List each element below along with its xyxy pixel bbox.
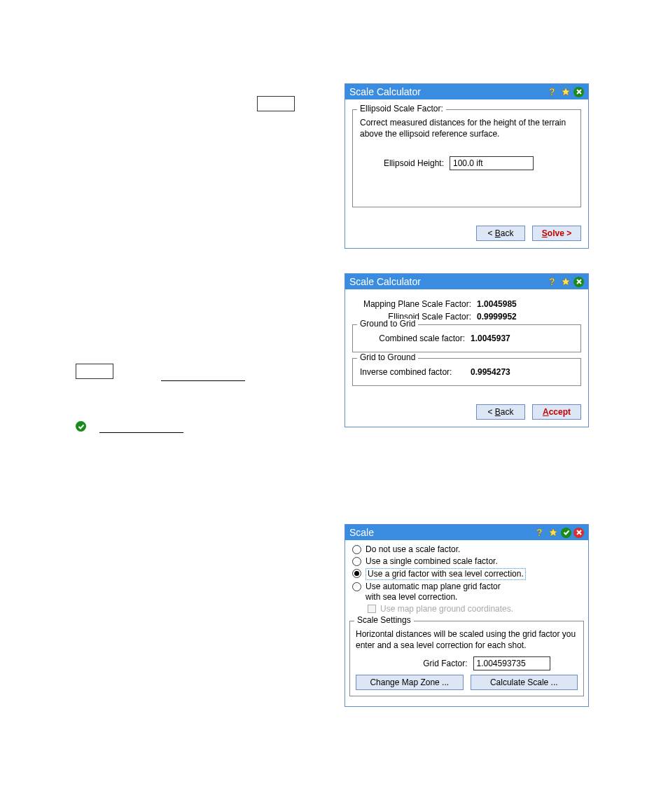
check-icon	[76, 421, 86, 432]
svg-text:?: ?	[536, 528, 543, 537]
radio-no-scale[interactable]: Do not use a scale factor.	[347, 544, 587, 555]
svg-marker-5	[549, 528, 557, 537]
float-underline-1	[161, 380, 245, 381]
star-icon[interactable]	[560, 276, 571, 287]
radio-icon	[352, 569, 361, 578]
ellipsoid-height-input[interactable]	[450, 156, 534, 170]
ground-to-grid-group: Ground to Grid Combined scale factor: 1.…	[352, 324, 581, 352]
radio-label-line1: Use automatic map plane grid factor	[366, 582, 501, 591]
titlebar: Scale Calculator ?	[345, 274, 588, 289]
back-button[interactable]: < Back	[476, 226, 525, 241]
ellipsoid-height-label: Ellipsoid Height:	[374, 158, 444, 168]
grid-factor-input[interactable]	[473, 656, 550, 670]
combined-factor-value: 1.0045937	[471, 333, 510, 343]
ellipsoid-factor-value: 0.9999952	[477, 312, 517, 322]
back-button[interactable]: < Back	[476, 404, 525, 420]
svg-marker-3	[562, 277, 570, 286]
scale-calculator-dialog-1: Scale Calculator ? Ellipsoid Scale Facto…	[345, 83, 589, 249]
svg-text:?: ?	[549, 277, 555, 287]
help-icon[interactable]: ?	[547, 276, 558, 287]
inverse-factor-label: Inverse combined factor:	[360, 367, 465, 377]
grid-factor-label: Grid Factor:	[384, 659, 468, 668]
group-legend: Ellipsoid Scale Factor:	[357, 104, 446, 113]
group-legend: Ground to Grid	[357, 319, 418, 329]
settings-description: Horizontal distances will be scaled usin…	[356, 628, 578, 651]
group-legend: Grid to Ground	[357, 352, 418, 362]
checkbox-label: Use map plane ground coordinates.	[380, 604, 513, 614]
radio-auto-map-plane[interactable]: Use automatic map plane grid factor with…	[347, 582, 587, 603]
accept-icon[interactable]	[561, 528, 571, 538]
description-text: Correct measured distances for the heigh…	[360, 117, 573, 139]
radio-icon	[352, 557, 361, 566]
float-underline-2	[99, 432, 183, 433]
inverse-factor-value: 0.9954273	[471, 367, 510, 377]
help-icon[interactable]: ?	[534, 527, 545, 538]
radio-label: Use a grid factor with sea level correct…	[366, 568, 526, 580]
scale-dialog: Scale ? Do not use a scale factor. Use a…	[345, 524, 589, 707]
help-icon[interactable]: ?	[547, 86, 558, 97]
float-box-2	[76, 364, 113, 379]
star-icon[interactable]	[548, 527, 559, 538]
radio-label: Use a single combined scale factor.	[366, 556, 498, 567]
svg-marker-1	[562, 88, 570, 96]
radio-label: Do not use a scale factor.	[366, 544, 460, 555]
titlebar: Scale ?	[345, 525, 588, 540]
checkbox-icon	[368, 605, 376, 613]
titlebar-text: Scale Calculator	[349, 86, 547, 97]
change-map-zone-button[interactable]: Change Map Zone ...	[356, 675, 464, 690]
radio-icon	[352, 582, 361, 591]
solve-button[interactable]: Solve >	[532, 226, 581, 241]
close-icon[interactable]	[573, 528, 584, 538]
combined-factor-label: Combined scale factor:	[360, 333, 465, 343]
star-icon[interactable]	[560, 86, 571, 97]
float-box-1	[257, 96, 295, 111]
ellipsoid-scale-factor-group: Ellipsoid Scale Factor: Correct measured…	[352, 109, 581, 207]
radio-grid-factor-sealevel[interactable]: Use a grid factor with sea level correct…	[347, 568, 587, 580]
titlebar-text: Scale	[349, 527, 534, 538]
checkbox-ground-coords: Use map plane ground coordinates.	[368, 604, 587, 614]
close-icon[interactable]	[573, 87, 584, 97]
group-legend: Scale Settings	[354, 615, 414, 625]
accept-button[interactable]: Accept	[532, 404, 581, 420]
mapping-plane-value: 1.0045985	[477, 299, 517, 309]
radio-label-line2: with sea level correction.	[366, 592, 457, 602]
radio-label: Use automatic map plane grid factor with…	[366, 582, 501, 603]
svg-text:?: ?	[549, 87, 555, 97]
calculate-scale-button[interactable]: Calculate Scale ...	[471, 675, 578, 690]
close-icon[interactable]	[573, 277, 584, 287]
mapping-plane-label: Mapping Plane Scale Factor:	[352, 299, 471, 309]
scale-settings-group: Scale Settings Horizontal distances will…	[349, 621, 584, 696]
grid-to-ground-group: Grid to Ground Inverse combined factor: …	[352, 358, 581, 386]
scale-calculator-dialog-2: Scale Calculator ? Mapping Plane Scale F…	[345, 273, 589, 427]
titlebar-text: Scale Calculator	[349, 276, 547, 287]
titlebar: Scale Calculator ?	[345, 84, 588, 99]
float-check-icon	[76, 421, 86, 432]
radio-icon	[352, 545, 361, 554]
radio-single-combined[interactable]: Use a single combined scale factor.	[347, 556, 587, 567]
